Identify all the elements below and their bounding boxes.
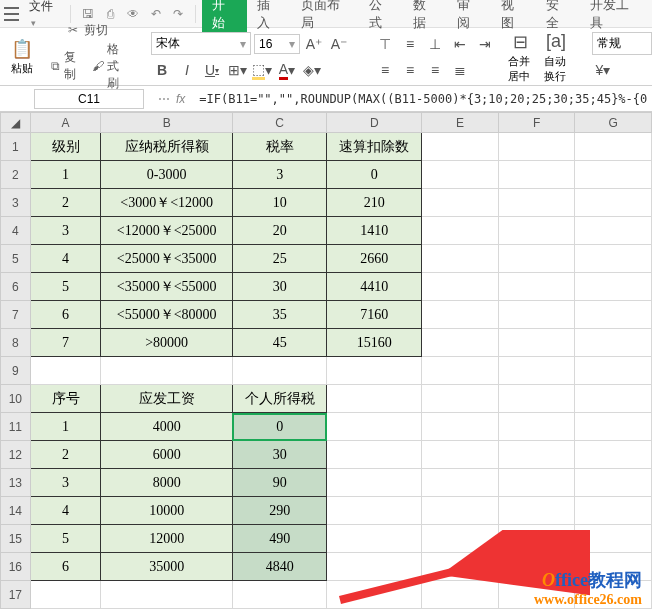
cell[interactable] — [498, 133, 575, 161]
indent-inc-button[interactable]: ⇥ — [474, 33, 496, 55]
cell[interactable] — [422, 189, 499, 217]
tab-review[interactable]: 审阅 — [447, 0, 491, 36]
cell[interactable]: 20 — [232, 217, 327, 245]
cell[interactable] — [498, 245, 575, 273]
cell[interactable]: 30 — [232, 273, 327, 301]
cell[interactable] — [575, 469, 652, 497]
cell[interactable]: 级别 — [30, 133, 101, 161]
cell[interactable] — [327, 497, 422, 525]
name-box[interactable]: C11 — [34, 89, 144, 109]
cell[interactable] — [422, 301, 499, 329]
cell[interactable]: 6 — [30, 301, 101, 329]
col-header[interactable]: A — [30, 113, 101, 133]
border-button[interactable]: ⊞▾ — [226, 59, 248, 81]
cell[interactable] — [30, 357, 101, 385]
row-header[interactable]: 4 — [1, 217, 31, 245]
currency-button[interactable]: ¥▾ — [592, 59, 614, 81]
cell[interactable] — [575, 245, 652, 273]
row-header[interactable]: 6 — [1, 273, 31, 301]
merge-center-button[interactable]: ⊟ 合并居中 — [504, 28, 536, 86]
cell[interactable]: 5 — [30, 273, 101, 301]
cell[interactable] — [575, 441, 652, 469]
cell[interactable] — [422, 273, 499, 301]
cell[interactable] — [422, 245, 499, 273]
cell[interactable]: 6 — [30, 553, 101, 581]
fx-icon[interactable]: fx — [176, 92, 185, 106]
copy-button[interactable]: ⧉复制 — [46, 48, 85, 84]
align-center-button[interactable]: ≡ — [399, 59, 421, 81]
cell[interactable] — [422, 133, 499, 161]
cell[interactable] — [422, 385, 499, 413]
cell[interactable]: 1410 — [327, 217, 422, 245]
select-all-corner[interactable]: ◢ — [1, 113, 31, 133]
tab-devtools[interactable]: 开发工具 — [580, 0, 648, 36]
col-header[interactable]: B — [101, 113, 232, 133]
cell[interactable]: <3000￥<12000 — [101, 189, 232, 217]
cell[interactable]: 7 — [30, 329, 101, 357]
cell[interactable] — [498, 357, 575, 385]
cell[interactable] — [498, 441, 575, 469]
cell[interactable] — [575, 525, 652, 553]
cell[interactable]: >80000 — [101, 329, 232, 357]
cell[interactable] — [232, 581, 327, 609]
cell[interactable]: 4 — [30, 497, 101, 525]
row-header[interactable]: 17 — [1, 581, 31, 609]
cut-button[interactable]: ✂剪切 — [61, 21, 112, 40]
cell[interactable] — [422, 469, 499, 497]
row-header[interactable]: 5 — [1, 245, 31, 273]
cell[interactable]: 35000 — [101, 553, 232, 581]
expand-icon[interactable]: ⋯ — [158, 92, 170, 106]
cell[interactable] — [422, 357, 499, 385]
cell[interactable]: 90 — [232, 469, 327, 497]
cell[interactable]: <12000￥<25000 — [101, 217, 232, 245]
align-middle-button[interactable]: ≡ — [399, 33, 421, 55]
cell[interactable] — [422, 581, 499, 609]
cell[interactable]: 2 — [30, 189, 101, 217]
cell[interactable]: 210 — [327, 189, 422, 217]
cell[interactable]: 3 — [30, 217, 101, 245]
cell[interactable] — [101, 357, 232, 385]
tab-data[interactable]: 数据 — [403, 0, 447, 36]
cell[interactable] — [575, 413, 652, 441]
cell[interactable]: 12000 — [101, 525, 232, 553]
cell[interactable]: 4840 — [232, 553, 327, 581]
wrap-text-button[interactable]: [a] 自动换行 — [540, 28, 572, 86]
tab-start[interactable]: 开始 — [202, 0, 246, 36]
cell[interactable] — [575, 385, 652, 413]
cell[interactable] — [575, 161, 652, 189]
cell[interactable] — [498, 497, 575, 525]
col-header[interactable]: D — [327, 113, 422, 133]
row-header[interactable]: 1 — [1, 133, 31, 161]
cell[interactable]: 0 — [327, 161, 422, 189]
row-header[interactable]: 9 — [1, 357, 31, 385]
cell[interactable] — [498, 189, 575, 217]
cell[interactable]: 8000 — [101, 469, 232, 497]
cell[interactable] — [498, 385, 575, 413]
cell[interactable]: 应纳税所得额 — [101, 133, 232, 161]
cell[interactable] — [575, 497, 652, 525]
align-left-button[interactable]: ≡ — [374, 59, 396, 81]
cell[interactable]: 序号 — [30, 385, 101, 413]
cell[interactable] — [498, 525, 575, 553]
cell[interactable] — [327, 441, 422, 469]
cell-active[interactable]: 0 — [232, 413, 327, 441]
format-painter-button[interactable]: 🖌格式刷 — [88, 40, 127, 93]
row-header[interactable]: 14 — [1, 497, 31, 525]
cell[interactable] — [422, 525, 499, 553]
cell[interactable] — [422, 217, 499, 245]
cell[interactable]: 个人所得税 — [232, 385, 327, 413]
number-format-select[interactable]: 常规 — [592, 32, 652, 55]
row-header[interactable]: 13 — [1, 469, 31, 497]
cell[interactable]: 30 — [232, 441, 327, 469]
align-justify-button[interactable]: ≣ — [449, 59, 471, 81]
cell[interactable] — [498, 273, 575, 301]
cell[interactable] — [422, 497, 499, 525]
cell[interactable]: 1 — [30, 161, 101, 189]
align-right-button[interactable]: ≡ — [424, 59, 446, 81]
increase-font-button[interactable]: A⁺ — [303, 33, 325, 55]
row-header[interactable]: 16 — [1, 553, 31, 581]
cell[interactable] — [575, 217, 652, 245]
cell[interactable]: 4000 — [101, 413, 232, 441]
align-top-button[interactable]: ⊤ — [374, 33, 396, 55]
cell[interactable] — [498, 469, 575, 497]
